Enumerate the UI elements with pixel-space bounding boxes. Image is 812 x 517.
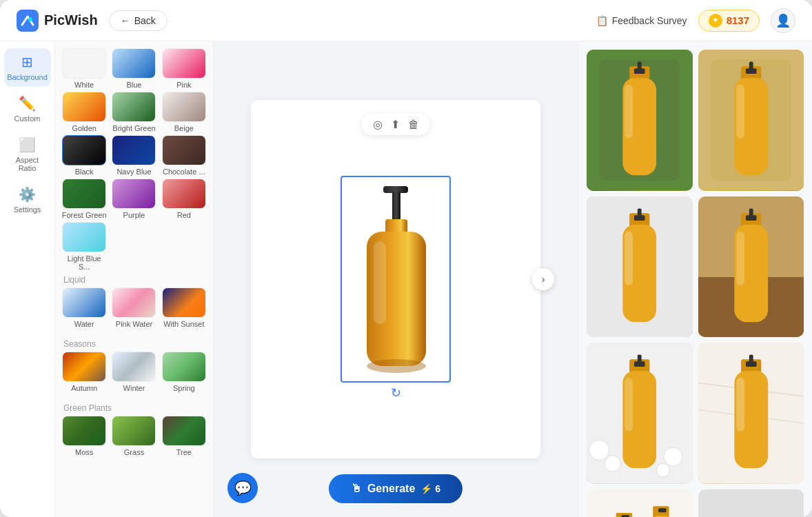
- bg-light-blue-swatch: [62, 222, 106, 252]
- bg-moss-swatch: [62, 416, 106, 446]
- canvas-delete-button[interactable]: 🗑: [408, 118, 419, 131]
- product-image-wrapper[interactable]: ↻: [341, 176, 451, 383]
- seasons-grid: Autumn Winter Spring: [61, 352, 207, 392]
- result-item-6[interactable]: [698, 343, 804, 484]
- options-panel: White Blue Pink Golden Bright Green: [55, 41, 214, 517]
- result-item-4[interactable]: [698, 196, 804, 338]
- bg-pink-water-label: Pink Water: [116, 320, 152, 328]
- seasons-label: Seasons: [61, 335, 207, 352]
- tool-custom[interactable]: ✏️ Custom: [4, 90, 51, 128]
- bg-light-blue[interactable]: Light Blue S...: [61, 222, 108, 271]
- bg-water-swatch: [62, 287, 106, 318]
- bg-spring[interactable]: Spring: [161, 352, 207, 392]
- bg-black[interactable]: Black: [61, 135, 108, 176]
- result-item-7[interactable]: [587, 489, 693, 517]
- bg-tree[interactable]: Tree: [161, 416, 207, 456]
- bg-blue[interactable]: Blue: [110, 48, 157, 89]
- result-item-1[interactable]: [587, 50, 693, 191]
- bg-forest-green-label: Forest Green: [62, 211, 107, 219]
- bg-beige[interactable]: Beige: [161, 92, 207, 132]
- rotate-handle[interactable]: ↻: [391, 385, 401, 401]
- header: PicWish ← Back 📋 Feedback Survey ✦ 8137 …: [0, 0, 812, 41]
- bg-water-label: Water: [74, 320, 94, 328]
- canvas-upload-button[interactable]: ⬆: [391, 118, 400, 131]
- generate-count-value: 6: [435, 483, 440, 494]
- bg-tree-label: Tree: [176, 448, 192, 456]
- svg-rect-52: [749, 355, 753, 365]
- canvas-next-arrow[interactable]: ›: [532, 268, 554, 290]
- back-button[interactable]: ← Back: [109, 10, 168, 31]
- result-item-8[interactable]: [698, 489, 804, 517]
- bg-pink-water[interactable]: Pink Water: [110, 287, 157, 328]
- bg-white[interactable]: White: [61, 48, 108, 89]
- solid-colors-grid: White Blue Pink Golden Bright Green: [61, 48, 207, 271]
- svg-rect-19: [736, 85, 744, 139]
- bg-grass-swatch: [112, 416, 156, 446]
- result-item-5[interactable]: [587, 343, 693, 484]
- bg-sunset-swatch: [162, 287, 206, 318]
- canvas-crop-button[interactable]: ◎: [373, 118, 383, 131]
- bg-purple[interactable]: Purple: [110, 179, 157, 219]
- bg-autumn[interactable]: Autumn: [61, 352, 108, 392]
- bg-blue-label: Blue: [126, 81, 141, 89]
- bg-winter[interactable]: Winter: [110, 352, 157, 392]
- svg-point-38: [664, 447, 682, 466]
- bg-golden[interactable]: Golden: [61, 92, 108, 132]
- liquid-section: Liquid Water Pink Water With Sunset: [61, 271, 207, 328]
- liquid-grid: Water Pink Water With Sunset: [61, 287, 207, 328]
- bg-moss[interactable]: Moss: [61, 416, 108, 456]
- result-item-3[interactable]: [587, 196, 693, 338]
- bg-sunset-label: With Sunset: [163, 320, 204, 328]
- chat-button[interactable]: 💬: [227, 473, 258, 503]
- bg-bright-green-swatch: [112, 92, 156, 122]
- coins-badge[interactable]: ✦ 8137: [698, 10, 760, 32]
- bg-pink[interactable]: Pink: [161, 48, 207, 89]
- bg-red-label: Red: [177, 211, 191, 219]
- header-left: PicWish ← Back: [17, 10, 168, 32]
- bg-grass[interactable]: Grass: [110, 416, 157, 456]
- tool-aspect-ratio-label: Aspect Ratio: [11, 156, 44, 172]
- bg-bright-green[interactable]: Bright Green: [110, 92, 157, 132]
- avatar-button[interactable]: 👤: [771, 8, 795, 33]
- bg-white-label: White: [74, 81, 94, 89]
- results-grid: [587, 50, 804, 517]
- svg-rect-32: [736, 231, 744, 285]
- bg-red[interactable]: Red: [161, 179, 207, 219]
- header-right: 📋 Feedback Survey ✦ 8137 👤: [596, 8, 795, 33]
- svg-rect-63: [658, 508, 667, 512]
- tool-background[interactable]: ⊞ Background: [4, 48, 51, 87]
- result-item-2[interactable]: [698, 50, 804, 191]
- bg-pink-water-swatch: [112, 287, 156, 318]
- settings-icon: ⚙️: [19, 186, 36, 203]
- tool-settings[interactable]: ⚙️ Settings: [4, 181, 51, 219]
- bg-sunset[interactable]: With Sunset: [161, 287, 207, 328]
- bg-forest-green-swatch: [62, 179, 106, 209]
- green-plants-grid: Moss Grass Tree: [61, 416, 207, 456]
- green-plants-label: Green Plants: [61, 399, 207, 416]
- bg-chocolate[interactable]: Chocolate ...: [161, 135, 207, 176]
- bg-navy-blue[interactable]: Navy Blue: [110, 135, 157, 176]
- bg-blue-swatch: [112, 48, 156, 79]
- generate-button[interactable]: 🖱 Generate ⚡ 6: [329, 474, 463, 503]
- bottle-svg: [347, 179, 444, 379]
- svg-rect-44: [638, 355, 642, 365]
- feedback-icon: 📋: [596, 15, 608, 26]
- bg-golden-swatch: [62, 92, 106, 122]
- svg-rect-64: [698, 489, 804, 517]
- liquid-label: Liquid: [61, 271, 207, 287]
- bg-purple-swatch: [112, 179, 156, 209]
- bg-forest-green[interactable]: Forest Green: [61, 179, 108, 219]
- bg-spring-label: Spring: [173, 384, 195, 392]
- bg-grass-label: Grass: [124, 448, 144, 456]
- bg-water[interactable]: Water: [61, 287, 108, 328]
- cursor-icon: 🖱: [351, 483, 362, 495]
- svg-rect-21: [749, 62, 753, 72]
- avatar-icon: 👤: [775, 13, 791, 28]
- bg-autumn-swatch: [62, 352, 106, 382]
- feedback-button[interactable]: 📋 Feedback Survey: [596, 15, 687, 26]
- svg-rect-50: [736, 378, 744, 432]
- tool-aspect-ratio[interactable]: ⬜ Aspect Ratio: [4, 131, 51, 178]
- svg-point-36: [589, 440, 609, 460]
- logo-icon: [17, 10, 39, 32]
- back-label: Back: [134, 15, 156, 26]
